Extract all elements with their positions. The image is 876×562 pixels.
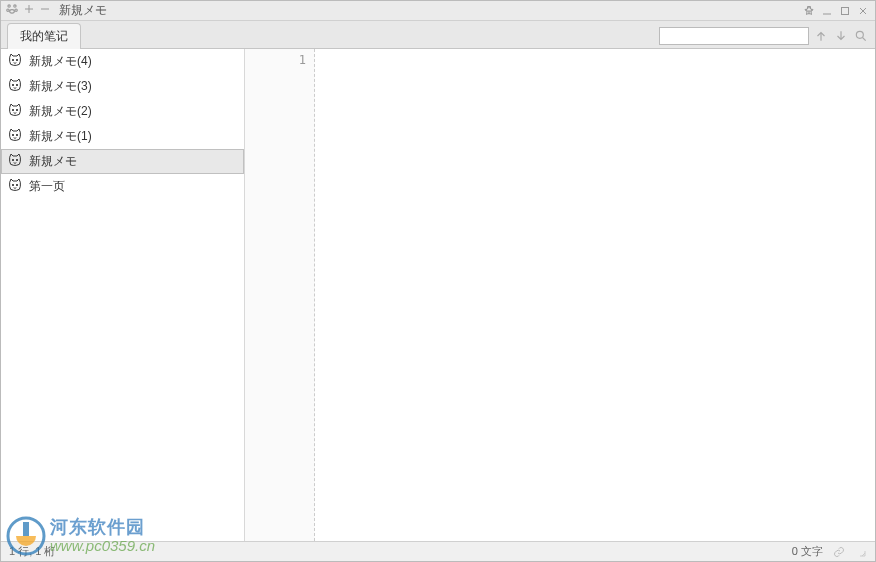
- svg-point-11: [12, 109, 13, 110]
- svg-point-1: [14, 5, 16, 7]
- main: 新規メモ(4)新規メモ(3)新規メモ(2)新規メモ(1)新規メモ第一页 1: [1, 49, 875, 541]
- cat-icon: [7, 77, 23, 96]
- tabbar-tools: [659, 27, 875, 48]
- note-label: 第一页: [29, 178, 65, 195]
- tab-notebook[interactable]: 我的笔记: [7, 23, 81, 49]
- minus-icon[interactable]: [39, 3, 51, 18]
- close-button[interactable]: [855, 4, 871, 18]
- editor-area: 1: [245, 49, 875, 541]
- cursor-position: 1 行, 1 桁: [9, 544, 55, 559]
- svg-point-4: [10, 10, 15, 13]
- svg-point-14: [16, 134, 17, 135]
- sidebar-item[interactable]: 新規メモ(2): [1, 99, 244, 124]
- char-count: 0 文字: [792, 544, 823, 559]
- svg-point-13: [12, 134, 13, 135]
- note-label: 新規メモ(4): [29, 53, 92, 70]
- sidebar-item[interactable]: 新規メモ(1): [1, 124, 244, 149]
- window-title: 新規メモ: [59, 2, 107, 19]
- statusbar-right: 0 文字: [792, 544, 867, 559]
- editor-content[interactable]: [315, 49, 875, 541]
- svg-point-16: [16, 159, 17, 160]
- minimize-button[interactable]: [819, 4, 835, 18]
- svg-point-3: [15, 9, 17, 11]
- arrow-up-icon[interactable]: [813, 28, 829, 44]
- tabbar: 我的笔记: [1, 21, 875, 49]
- svg-point-9: [12, 84, 13, 85]
- svg-point-6: [856, 31, 863, 38]
- svg-point-10: [16, 84, 17, 85]
- note-label: 新規メモ: [29, 153, 77, 170]
- search-input[interactable]: [659, 27, 809, 45]
- cat-icon: [7, 152, 23, 171]
- tab-label: 我的笔记: [20, 29, 68, 43]
- svg-point-18: [16, 184, 17, 185]
- svg-rect-5: [842, 7, 849, 14]
- svg-point-8: [16, 59, 17, 60]
- titlebar: 新規メモ: [1, 1, 875, 21]
- cat-icon: [7, 102, 23, 121]
- note-label: 新規メモ(1): [29, 128, 92, 145]
- search-icon[interactable]: [853, 28, 869, 44]
- line-gutter: 1: [245, 49, 315, 541]
- svg-point-2: [7, 9, 9, 11]
- link-icon[interactable]: [833, 546, 845, 558]
- sidebar-item[interactable]: 新規メモ(4): [1, 49, 244, 74]
- note-label: 新規メモ(2): [29, 103, 92, 120]
- plus-icon[interactable]: [23, 3, 35, 18]
- sidebar-item[interactable]: 新規メモ(3): [1, 74, 244, 99]
- sidebar: 新規メモ(4)新規メモ(3)新規メモ(2)新規メモ(1)新規メモ第一页: [1, 49, 245, 541]
- sidebar-item[interactable]: 第一页: [1, 174, 244, 199]
- cat-icon: [7, 52, 23, 71]
- svg-point-7: [12, 59, 13, 60]
- svg-point-12: [16, 109, 17, 110]
- resize-grip-icon[interactable]: [855, 546, 867, 558]
- sidebar-item[interactable]: 新規メモ: [1, 149, 244, 174]
- paw-icon: [5, 2, 19, 19]
- svg-point-15: [12, 159, 13, 160]
- line-number: 1: [245, 53, 306, 67]
- svg-point-0: [8, 5, 10, 7]
- arrow-down-icon[interactable]: [833, 28, 849, 44]
- titlebar-left: 新規メモ: [5, 2, 107, 19]
- cat-icon: [7, 177, 23, 196]
- note-label: 新規メモ(3): [29, 78, 92, 95]
- maximize-button[interactable]: [837, 4, 853, 18]
- svg-point-17: [12, 184, 13, 185]
- window-controls: [801, 4, 871, 18]
- app-window: 新規メモ 我的笔记: [0, 0, 876, 562]
- cat-icon: [7, 127, 23, 146]
- statusbar: 1 行, 1 桁 0 文字: [1, 541, 875, 561]
- pin-icon[interactable]: [801, 4, 817, 18]
